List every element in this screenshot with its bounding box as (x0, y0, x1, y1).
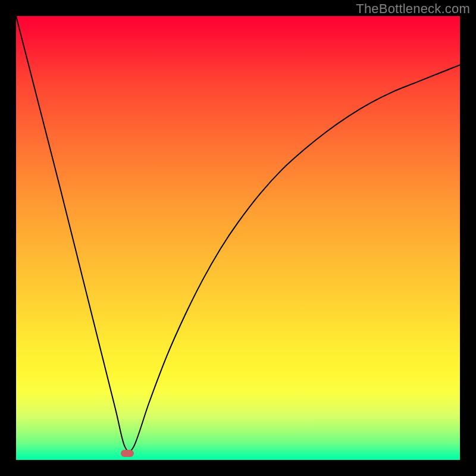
bottleneck-curve (16, 16, 460, 460)
watermark-text: TheBottleneck.com (356, 1, 470, 17)
chart-frame: TheBottleneck.com (0, 0, 476, 476)
plot-area (16, 16, 460, 460)
vertex-marker (121, 450, 134, 457)
